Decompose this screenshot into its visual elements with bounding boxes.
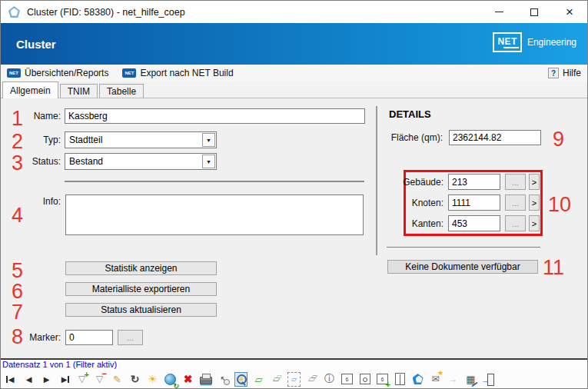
separator-line	[65, 181, 364, 182]
maximize-icon	[530, 8, 538, 16]
maximize-button[interactable]	[517, 1, 552, 23]
menu-uebersichten-reports[interactable]: NET Übersichten/Reports	[7, 68, 108, 78]
net-chip-icon: NET	[122, 68, 136, 78]
chevron-down-icon[interactable]: ▼	[202, 133, 215, 147]
record-status-text: Datensatz 1 von 1 (Filter aktiv)	[1, 360, 587, 370]
annotation-9: 9	[553, 129, 564, 150]
photo-add-icon[interactable]	[376, 372, 389, 387]
nav-next-icon[interactable]: ▶	[40, 372, 53, 387]
close-icon: ×	[566, 5, 573, 18]
gebaeude-open-button[interactable]: >	[529, 174, 540, 190]
knoten-browse-button[interactable]: ...	[505, 194, 526, 211]
group-cubes-icon[interactable]: ▱	[305, 372, 318, 387]
info-label: Info:	[22, 196, 61, 207]
typ-label: Typ:	[22, 135, 61, 145]
brand-text: Engineering	[527, 37, 576, 48]
minimize-button[interactable]	[481, 1, 517, 23]
cubes-icon[interactable]: ▱	[270, 372, 283, 387]
select-zoom-icon[interactable]: ↖	[217, 372, 230, 387]
print-icon[interactable]	[199, 372, 212, 387]
pentagon-icon[interactable]	[411, 372, 424, 387]
gebaeude-label: Gebäude:	[390, 177, 443, 188]
nav-previous-icon[interactable]: ◀	[22, 372, 35, 387]
transfer-disabled-icon: →	[447, 372, 460, 387]
details-heading: DETAILS	[389, 108, 431, 120]
name-label: Name:	[22, 111, 61, 121]
separator-line	[387, 247, 540, 248]
annotation-11: 11	[543, 258, 564, 278]
help-icon: ?	[548, 68, 559, 78]
filter-add-icon[interactable]: ▽	[75, 372, 88, 387]
kanten-browse-button[interactable]: ...	[505, 215, 526, 231]
bottom-toolbar: ◀ ◀ ▶ ▶ ▽ ▽ ✎ ↻ ☀ ✖ ↖ ⚡ ▱ ▱ ▱ ▱ ⓘ ✉ → ▦	[1, 370, 587, 388]
typ-dropdown[interactable]: Stadtteil ▼	[65, 131, 217, 148]
window-controls: ×	[481, 1, 587, 23]
page-title: Cluster	[16, 38, 56, 51]
toolbar-menu: NET Übersichten/Reports NET Export nach …	[1, 65, 587, 81]
annotation-6: 6	[12, 281, 23, 302]
typ-value: Stadtteil	[69, 135, 102, 145]
info-icon[interactable]: ⓘ	[323, 372, 336, 387]
gebaeude-input[interactable]	[448, 174, 500, 190]
kanten-input[interactable]	[448, 215, 500, 231]
chevron-down-icon[interactable]: ▼	[202, 155, 215, 168]
filter-remove-icon[interactable]: ▽	[93, 372, 106, 387]
menu-label: Übersichten/Reports	[25, 68, 108, 78]
flaeche-input[interactable]	[449, 130, 541, 145]
marker-browse-button[interactable]: ...	[118, 330, 143, 345]
app-header: Cluster NET Engineering	[1, 23, 587, 65]
materialliste-exportieren-button[interactable]: Materialliste exportieren	[65, 282, 217, 296]
selection-cube-icon[interactable]: ▱	[287, 372, 301, 387]
minimize-icon	[495, 12, 503, 12]
nav-last-icon[interactable]: ▶	[58, 372, 71, 387]
marker-input[interactable]	[65, 330, 113, 345]
brand-logo: NET Engineering	[493, 32, 576, 52]
app-window: Cluster (FID: 58380) - net_hilfe_coep × …	[0, 0, 588, 389]
tab-allgemein[interactable]: Allgemein	[2, 81, 58, 98]
statistik-anzeigen-button[interactable]: Statistik anzeigen	[65, 261, 217, 275]
kanten-label: Kanten:	[390, 218, 443, 229]
delete-x-icon[interactable]: ✖	[181, 372, 194, 387]
table-edit-icon[interactable]: ▦	[464, 372, 477, 387]
refresh-icon[interactable]: ↻	[128, 372, 141, 387]
info-textarea[interactable]	[65, 194, 364, 235]
status-dropdown[interactable]: Bestand ▼	[65, 153, 217, 170]
exit-icon[interactable]	[482, 372, 495, 387]
knoten-open-button[interactable]: >	[529, 194, 540, 211]
gebaeude-browse-button[interactable]: ...	[505, 174, 526, 190]
annotation-1: 1	[12, 108, 23, 129]
photo-icon[interactable]	[358, 372, 371, 387]
kanten-open-button[interactable]: >	[529, 215, 540, 231]
annotation-4: 4	[12, 205, 23, 226]
nav-first-icon[interactable]: ◀	[5, 372, 18, 387]
title-bar: Cluster (FID: 58380) - net_hilfe_coep ×	[1, 1, 587, 23]
cube-icon[interactable]: ▱	[252, 372, 265, 387]
app-pentagon-icon	[8, 6, 20, 18]
annotation-10: 10	[548, 194, 571, 215]
net-logo-icon: NET	[493, 32, 522, 52]
marker-label: Marker:	[22, 332, 61, 343]
annotation-7: 7	[12, 302, 23, 323]
close-button[interactable]: ×	[552, 1, 587, 23]
knoten-label: Knoten:	[390, 198, 443, 208]
tab-tabelle[interactable]: Tabelle	[99, 84, 144, 98]
name-input[interactable]	[65, 108, 365, 124]
net-chip-icon: NET	[7, 68, 21, 78]
knoten-input[interactable]	[448, 194, 500, 211]
message-star-icon[interactable]: ✉	[429, 372, 442, 387]
tab-tnim[interactable]: TNIM	[60, 84, 98, 98]
status-aktualisieren-button[interactable]: Status aktualisieren	[65, 303, 217, 317]
keine-dokumente-button[interactable]: Keine Dokumente verfügbar	[387, 260, 538, 274]
help-button[interactable]: ? Hilfe	[548, 68, 581, 78]
photos-icon[interactable]	[341, 372, 354, 387]
globe-refresh-icon[interactable]	[164, 372, 177, 387]
status-label: Status:	[22, 156, 61, 167]
split-document-icon[interactable]	[394, 372, 407, 387]
edit-pencil-icon[interactable]: ✎	[111, 372, 124, 387]
zoom-flash-icon[interactable]: ⚡	[234, 372, 247, 387]
menu-export-net-build[interactable]: NET Export nach NET Build	[122, 68, 233, 78]
annotation-5: 5	[12, 261, 23, 281]
sun-icon[interactable]: ☀	[146, 372, 159, 387]
annotation-3: 3	[12, 153, 23, 174]
menu-label: Export nach NET Build	[140, 68, 233, 78]
